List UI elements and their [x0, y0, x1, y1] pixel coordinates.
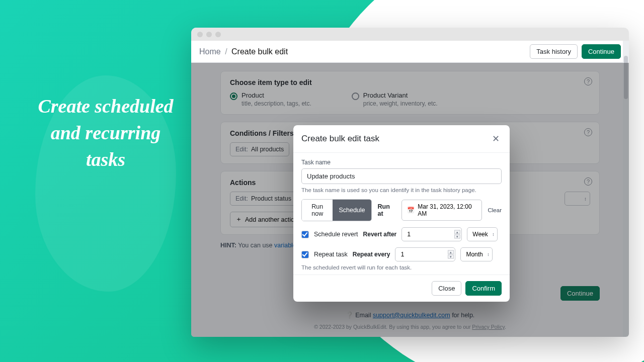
- stepper-down[interactable]: ▾: [454, 235, 460, 239]
- run-mode-toggle: Run now Schedule: [301, 199, 372, 221]
- breadcrumb: Home / Create bulk edit: [199, 47, 288, 56]
- breadcrumb-home[interactable]: Home: [199, 47, 221, 56]
- page-header: Home / Create bulk edit Task history Con…: [191, 41, 629, 63]
- traffic-light-close[interactable]: [197, 32, 203, 37]
- task-history-button[interactable]: Task history: [530, 44, 578, 59]
- repeat-task-label: Repeat task: [314, 251, 348, 258]
- marketing-tagline: Create scheduled and recurring tasks: [30, 93, 181, 173]
- run-at-label: Run at: [378, 203, 396, 217]
- modal-title: Create bulk edit task: [301, 134, 379, 144]
- repeat-help: The scheduled revert will run for each t…: [301, 264, 502, 270]
- stepper-down[interactable]: ▾: [448, 255, 454, 259]
- run-now-tab[interactable]: Run now: [302, 200, 333, 221]
- schedule-revert-checkbox[interactable]: [301, 231, 309, 238]
- confirm-button[interactable]: Confirm: [465, 281, 502, 296]
- run-at-value: Mar 31, 2023, 12:00 AM: [418, 203, 476, 217]
- breadcrumb-sep: /: [225, 47, 227, 56]
- task-name-help: The task name is used so you can identif…: [301, 187, 502, 193]
- revert-after-label: Revert after: [363, 231, 397, 238]
- clear-date-button[interactable]: Clear: [488, 207, 502, 213]
- revert-after-input[interactable]: 1: [401, 227, 462, 241]
- repeat-task-checkbox[interactable]: [301, 251, 309, 258]
- window-titlebar: [191, 28, 629, 41]
- run-at-datepicker[interactable]: 📅 Mar 31, 2023, 12:00 AM: [401, 200, 481, 221]
- breadcrumb-current: Create bulk edit: [231, 47, 288, 56]
- stepper-up[interactable]: ▴: [454, 230, 460, 234]
- schedule-revert-label: Schedule revert: [314, 231, 358, 238]
- calendar-icon: 📅: [407, 207, 415, 214]
- task-name-input[interactable]: [301, 168, 502, 184]
- continue-button-top[interactable]: Continue: [582, 44, 621, 59]
- close-button[interactable]: Close: [432, 281, 461, 296]
- stepper-up[interactable]: ▴: [448, 250, 454, 254]
- create-task-modal: Create bulk edit task ✕ Task name The ta…: [293, 125, 510, 302]
- schedule-tab[interactable]: Schedule: [333, 200, 371, 221]
- task-name-label: Task name: [301, 159, 502, 166]
- traffic-light-min[interactable]: [206, 32, 212, 37]
- repeat-every-label: Repeat every: [353, 251, 390, 258]
- traffic-light-max[interactable]: [215, 32, 221, 37]
- repeat-every-input[interactable]: 1: [395, 247, 455, 261]
- repeat-unit-select[interactable]: Month: [460, 247, 492, 261]
- close-icon[interactable]: ✕: [490, 132, 502, 145]
- revert-unit-select[interactable]: Week: [467, 227, 497, 241]
